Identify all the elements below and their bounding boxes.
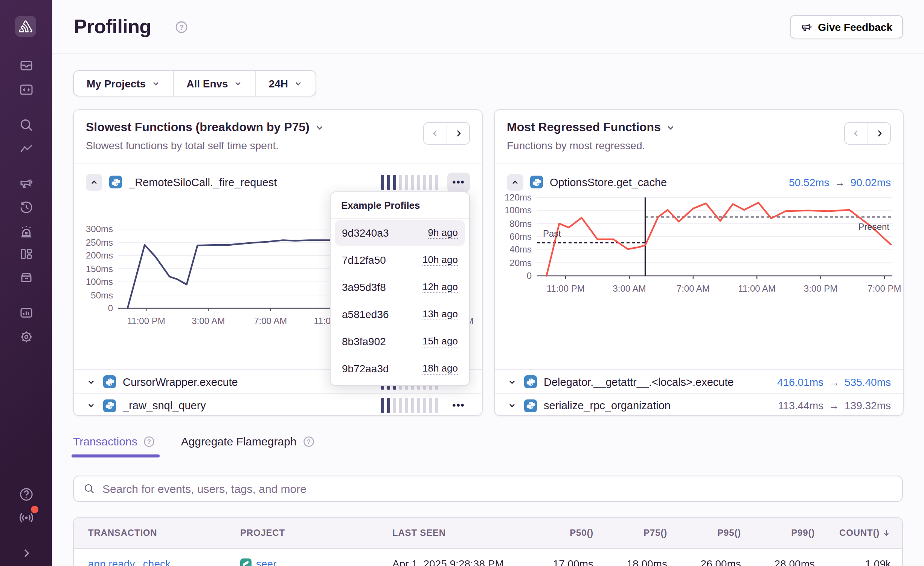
transaction-link[interactable]: app.ready._check bbox=[88, 558, 171, 566]
chevron-down-icon bbox=[508, 377, 517, 386]
sidebar-item-projects[interactable] bbox=[0, 80, 52, 99]
column-header-p99[interactable]: P99() bbox=[741, 518, 815, 548]
profile-item[interactable]: 3a95d3f8 12h ago bbox=[335, 274, 465, 300]
search-input[interactable] bbox=[102, 482, 892, 495]
sidebar-item-releases[interactable] bbox=[0, 268, 52, 287]
page-title: Profiling bbox=[74, 15, 151, 38]
help-icon[interactable] bbox=[0, 485, 52, 504]
sidebar-expand-icon[interactable] bbox=[0, 543, 52, 563]
column-header-p50[interactable]: P50() bbox=[520, 518, 593, 548]
profile-id: 9d3240a3 bbox=[342, 227, 389, 239]
profile-item[interactable]: 9b72aa3d 18h ago bbox=[335, 356, 465, 381]
give-feedback-button[interactable]: Give Feedback bbox=[790, 15, 903, 38]
y-axis-tick-label: 20ms bbox=[494, 257, 532, 269]
svg-text:?: ? bbox=[147, 438, 151, 445]
profile-item[interactable]: 8b3fa902 15h ago bbox=[335, 329, 465, 354]
sidebar-item-settings[interactable] bbox=[0, 327, 52, 347]
more-options-button[interactable]: ••• bbox=[447, 396, 470, 415]
chevron-down-icon bbox=[315, 122, 325, 132]
column-header-p75[interactable]: P75() bbox=[593, 518, 667, 548]
arrow-right-icon: → bbox=[829, 399, 839, 411]
tab-transactions[interactable]: Transactions ? bbox=[73, 435, 156, 457]
profile-id: 7d12fa50 bbox=[342, 254, 386, 266]
python-icon bbox=[103, 399, 116, 412]
sidebar-item-explore[interactable] bbox=[0, 115, 52, 135]
project-filter[interactable]: My Projects bbox=[74, 71, 173, 96]
sidebar-item-alerts[interactable] bbox=[0, 222, 52, 241]
arrow-right-icon: → bbox=[835, 176, 845, 188]
expand-row-button[interactable] bbox=[507, 376, 517, 387]
chevron-down-icon bbox=[151, 79, 160, 88]
expand-row-button[interactable] bbox=[86, 400, 96, 411]
date-range-filter[interactable]: 24H bbox=[255, 71, 315, 96]
python-icon bbox=[524, 375, 537, 388]
profile-item[interactable]: a581ed36 13h ago bbox=[335, 301, 465, 327]
pagination bbox=[423, 122, 470, 145]
after-duration: 139.32ms bbox=[845, 399, 891, 411]
page-header: Profiling ? Give Feedback bbox=[52, 0, 924, 54]
profiling-page: Profiling ? Give Feedback My Projects Al… bbox=[0, 0, 924, 566]
profile-age: 13h ago bbox=[422, 308, 458, 320]
y-axis-tick-label: 100ms bbox=[494, 205, 532, 217]
slowest-functions-title-dropdown[interactable]: Slowest Functions (breakdown by P75) bbox=[86, 121, 470, 134]
function-name[interactable]: _raw_snql_query bbox=[123, 399, 206, 411]
sidebar-item-feedback[interactable] bbox=[0, 173, 52, 193]
next-page-button[interactable] bbox=[868, 123, 890, 144]
column-header-last-seen[interactable]: LAST SEEN bbox=[392, 518, 520, 548]
before-duration[interactable]: 50.52ms bbox=[789, 176, 829, 188]
y-axis-tick-label: 80ms bbox=[494, 217, 532, 229]
whats-new-icon[interactable] bbox=[0, 508, 52, 528]
previous-page-button[interactable] bbox=[845, 123, 868, 144]
function-name[interactable]: CursorWrapper.execute bbox=[123, 376, 238, 388]
present-baseline-label: Present bbox=[850, 222, 889, 232]
collapse-row-button[interactable] bbox=[507, 174, 523, 190]
collapse-row-button[interactable] bbox=[86, 174, 102, 190]
y-axis-tick-label: 60ms bbox=[494, 231, 532, 243]
sidebar-item-stats[interactable] bbox=[0, 303, 52, 323]
chevron-down-icon bbox=[293, 79, 302, 88]
project-link[interactable]: seer bbox=[256, 558, 276, 566]
after-duration[interactable]: 90.02ms bbox=[851, 176, 891, 188]
function-name[interactable]: OptionsStore.get_cache bbox=[550, 176, 667, 188]
column-header-count[interactable]: COUNT() bbox=[815, 518, 891, 548]
tab-aggregate-flamegraph[interactable]: Aggregate Flamegraph ? bbox=[181, 435, 315, 457]
x-axis-tick-label: 7:00 AM bbox=[662, 283, 725, 295]
column-header-project[interactable]: PROJECT bbox=[240, 518, 392, 548]
panel-title: Most Regressed Functions bbox=[507, 121, 661, 134]
help-icon: ? bbox=[143, 435, 156, 447]
more-options-button[interactable]: ••• bbox=[447, 172, 470, 192]
after-duration[interactable]: 535.40ms bbox=[845, 376, 891, 388]
dropdown-title: Example Profiles bbox=[331, 192, 469, 219]
profile-item[interactable]: 7d12fa50 10h ago bbox=[335, 247, 465, 273]
python-icon bbox=[103, 375, 116, 388]
chevron-up-icon bbox=[90, 177, 99, 187]
past-baseline-label: Past bbox=[543, 228, 561, 239]
column-header-transaction[interactable]: TRANSACTION bbox=[88, 518, 240, 548]
filter-bar: My Projects All Envs 24H bbox=[73, 70, 316, 96]
sidebar-item-issues[interactable] bbox=[0, 56, 52, 75]
next-page-button[interactable] bbox=[447, 123, 469, 144]
function-name[interactable]: _RemoteSiloCall._fire_request bbox=[129, 176, 277, 188]
profile-item[interactable]: 9d3240a3 9h ago bbox=[335, 220, 465, 246]
environment-filter[interactable]: All Envs bbox=[173, 71, 255, 96]
p99-value: 28.00ms bbox=[741, 549, 815, 566]
function-name[interactable]: Delegator.__getattr__.<locals>.execute bbox=[544, 376, 734, 388]
before-duration[interactable]: 416.01ms bbox=[777, 376, 823, 388]
most-regressed-title-dropdown[interactable]: Most Regressed Functions bbox=[507, 121, 891, 134]
sidebar-item-dashboards[interactable] bbox=[0, 244, 52, 264]
sentry-logo[interactable] bbox=[15, 16, 36, 37]
expand-row-button[interactable] bbox=[86, 376, 96, 387]
search-bar bbox=[73, 476, 903, 502]
expand-row-button[interactable] bbox=[507, 400, 517, 411]
table-row[interactable]: app.ready._check seer Apr 1, 2025 9:28:3… bbox=[74, 549, 902, 566]
y-axis-tick-label: 100ms bbox=[75, 276, 113, 288]
active-tab-indicator bbox=[72, 454, 160, 457]
chevron-down-icon bbox=[233, 79, 242, 88]
column-header-p95[interactable]: P95() bbox=[667, 518, 741, 548]
sidebar-item-replays[interactable] bbox=[0, 197, 52, 217]
function-name[interactable]: serialize_rpc_organization bbox=[544, 399, 671, 411]
previous-page-button[interactable] bbox=[424, 123, 447, 144]
sidebar-item-traces[interactable] bbox=[0, 139, 52, 159]
x-axis-tick-label: 7:00 AM bbox=[239, 315, 302, 327]
function-row: serialize_rpc_organization 113.44ms → 13… bbox=[495, 393, 903, 417]
